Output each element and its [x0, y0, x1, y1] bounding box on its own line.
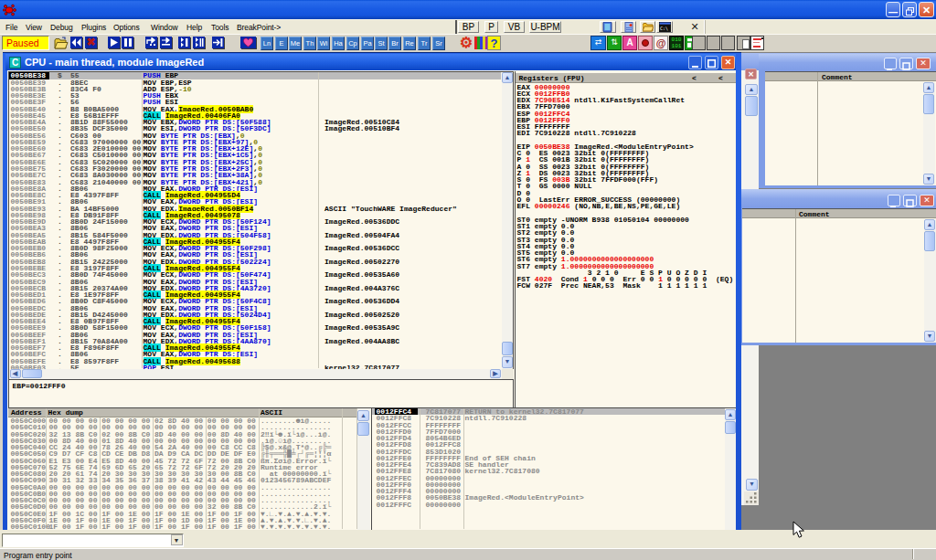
svg-text:C:\: C:\ — [660, 26, 668, 31]
